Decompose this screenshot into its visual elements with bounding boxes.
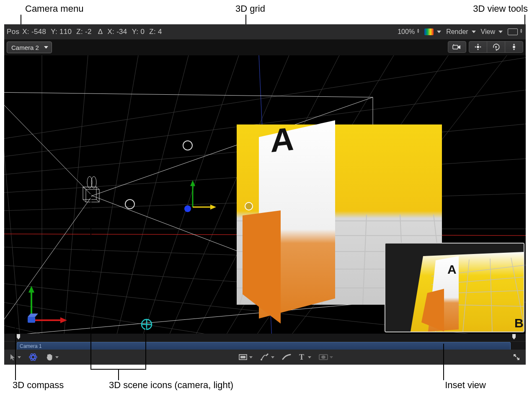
chevron-down-icon (330, 356, 333, 358)
pan-tool[interactable] (45, 350, 59, 365)
text-tool[interactable]: T (299, 350, 311, 365)
app-frame: Pos X: -548 Y: 110 Z: -2 Δ X: -34 Y: 0 Z… (4, 24, 526, 365)
svg-line-20 (138, 55, 239, 334)
svg-point-4 (513, 46, 515, 48)
x-value: -548 (31, 28, 46, 36)
camera-menu[interactable]: Camera 2 (7, 41, 52, 53)
3d-transform-tool[interactable] (28, 350, 38, 365)
svg-line-37 (96, 187, 99, 189)
chevron-down-icon (437, 31, 441, 33)
pen-tool[interactable] (260, 350, 274, 365)
status-bar: Pos X: -548 Y: 110 Z: -2 Δ X: -34 Y: 0 Z… (4, 24, 526, 39)
svg-point-3 (495, 46, 497, 48)
light-icon (245, 202, 253, 210)
3d-viewport[interactable]: A (4, 55, 526, 334)
atom-3d-icon (28, 353, 38, 362)
svg-marker-57 (190, 180, 195, 186)
svg-line-30 (4, 92, 92, 196)
svg-marker-55 (243, 210, 281, 324)
y-label: Y: (51, 28, 57, 36)
camera-icon (452, 44, 462, 50)
clip-label: Camera 1 (20, 343, 42, 349)
chevron-down-icon (18, 356, 21, 358)
svg-rect-88 (240, 356, 245, 358)
dolly-icon (511, 43, 517, 51)
pos-label: Pos (7, 28, 19, 36)
brush-stroke-icon (282, 353, 291, 361)
svg-point-2 (477, 46, 479, 48)
chevron-down-icon (472, 31, 476, 33)
pen-bezier-icon (260, 353, 269, 361)
playhead-start-marker[interactable] (16, 333, 21, 340)
orbit-button[interactable] (487, 41, 505, 52)
svg-point-60 (184, 205, 191, 212)
viewport-layout-dropdown[interactable]: ▴▾ (508, 29, 522, 35)
text-icon: T (299, 353, 306, 361)
leader-line (443, 344, 444, 380)
annot-camera-menu: Camera menu (25, 3, 83, 14)
rectangle-icon (238, 354, 248, 360)
z-value: -2 (85, 28, 92, 36)
svg-rect-0 (453, 45, 458, 49)
dz-label: Z: (149, 28, 156, 36)
view-label: View (481, 28, 495, 36)
3d-compass (28, 286, 67, 323)
zoom-dropdown[interactable]: 100% ▴▾ (398, 28, 419, 36)
svg-text:A: A (447, 262, 457, 276)
pan-button[interactable] (469, 41, 487, 52)
dy-value: 0 (140, 28, 145, 36)
x-label: X: (22, 28, 29, 36)
expand-arrows-icon (512, 353, 521, 361)
svg-point-92 (321, 355, 325, 359)
leader-line (15, 305, 16, 380)
view-dropdown[interactable]: View (481, 28, 503, 36)
svg-point-89 (261, 359, 262, 360)
dx-value: -34 (116, 28, 127, 36)
chevron-down-icon (249, 356, 253, 358)
svg-line-26 (4, 55, 21, 334)
svg-line-17 (63, 55, 88, 334)
chevron-down-icon (498, 31, 503, 33)
stepper-arrows-icon: ▴▾ (520, 29, 522, 34)
orbit-icon (492, 43, 500, 51)
annot-3d-compass: 3D compass (13, 380, 64, 391)
playhead-end-marker[interactable] (511, 333, 517, 340)
chevron-down-icon (55, 356, 59, 358)
canvas-toolbar: T (4, 350, 526, 365)
z-label: Z: (76, 28, 83, 36)
mask-tool[interactable] (319, 350, 333, 365)
annot-3d-view-tools: 3D view tools (473, 3, 528, 14)
render-dropdown[interactable]: Render (446, 28, 475, 36)
scene-letter-a: A (271, 120, 294, 159)
rectangle-tool[interactable] (238, 350, 253, 365)
annot-inset-view: Inset view (445, 380, 486, 391)
coordinate-readout: Pos X: -548 Y: 110 Z: -2 Δ X: -34 Y: 0 Z… (4, 28, 162, 36)
inset-view[interactable]: Camera 1 A B (385, 243, 524, 332)
mini-timeline[interactable]: Camera 1 (4, 334, 526, 350)
light-icon (183, 141, 192, 150)
annot-3d-grid: 3D grid (235, 3, 265, 14)
mask-icon (319, 354, 328, 360)
zoom-value: 100% (398, 28, 415, 36)
color-swatch-icon (424, 29, 434, 35)
expand-tool[interactable] (512, 350, 521, 365)
3d-view-control-segment (469, 41, 523, 53)
paint-stroke-tool[interactable] (282, 350, 291, 365)
svg-rect-68 (28, 317, 35, 323)
selected-light-icon (142, 319, 152, 329)
camera-menu-label: Camera 2 (11, 44, 39, 51)
transform-manipulator (184, 180, 216, 212)
layout-icon (508, 29, 518, 35)
y-value: 110 (59, 28, 72, 36)
leader-line (90, 191, 91, 370)
stepper-arrows-icon: ▴▾ (417, 29, 419, 34)
dolly-button[interactable] (505, 41, 523, 52)
svg-text:T: T (299, 353, 304, 361)
delta-symbol: Δ (98, 28, 103, 36)
dz-value: 4 (158, 28, 162, 36)
color-channel-dropdown[interactable] (424, 29, 441, 35)
svg-line-39 (96, 200, 99, 202)
inset-scene: A B (385, 244, 524, 332)
svg-line-19 (113, 55, 189, 334)
active-camera-button[interactable] (448, 41, 466, 53)
